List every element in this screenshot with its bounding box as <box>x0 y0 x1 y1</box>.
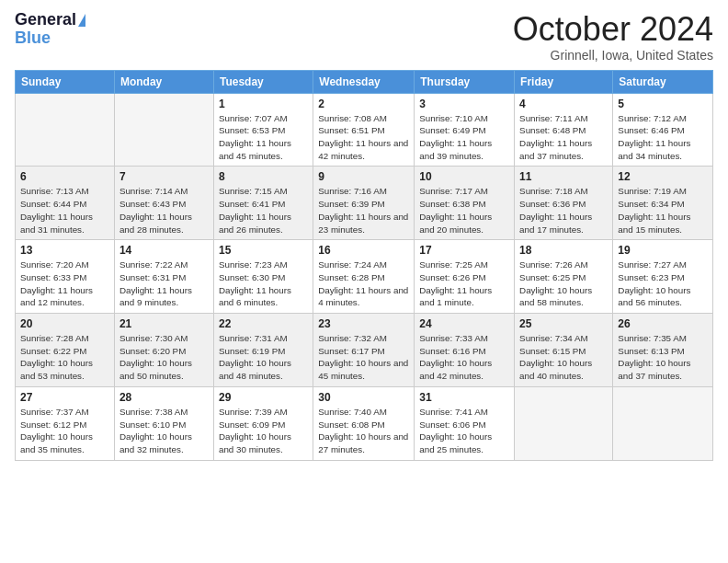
day-cell: 7Sunrise: 7:14 AMSunset: 6:43 PMDaylight… <box>114 167 213 240</box>
day-cell: 20Sunrise: 7:28 AMSunset: 6:22 PMDayligh… <box>16 314 115 387</box>
week-row-1: 6Sunrise: 7:13 AMSunset: 6:44 PMDaylight… <box>16 167 713 240</box>
day-info: Sunrise: 7:17 AMSunset: 6:38 PMDaylight:… <box>419 185 509 236</box>
calendar-table: Sunday Monday Tuesday Wednesday Thursday… <box>15 70 713 461</box>
day-number: 26 <box>618 317 708 330</box>
day-number: 1 <box>219 98 308 110</box>
day-number: 29 <box>219 391 308 404</box>
day-number: 19 <box>618 244 708 257</box>
day-info: Sunrise: 7:24 AMSunset: 6:28 PMDaylight:… <box>318 259 409 309</box>
day-cell: 27Sunrise: 7:37 AMSunset: 6:12 PMDayligh… <box>16 386 115 460</box>
day-info: Sunrise: 7:33 AMSunset: 6:16 PMDaylight:… <box>419 332 509 383</box>
header-row: Sunday Monday Tuesday Wednesday Thursday… <box>16 70 713 93</box>
day-number: 6 <box>20 170 109 183</box>
day-cell: 24Sunrise: 7:33 AMSunset: 6:16 PMDayligh… <box>415 314 515 387</box>
title-area: October 2024 Grinnell, Iowa, United Stat… <box>513 11 713 63</box>
day-info: Sunrise: 7:12 AMSunset: 6:46 PMDaylight:… <box>618 112 708 163</box>
week-row-4: 27Sunrise: 7:37 AMSunset: 6:12 PMDayligh… <box>16 386 713 460</box>
day-number: 20 <box>20 317 109 330</box>
week-row-2: 13Sunrise: 7:20 AMSunset: 6:33 PMDayligh… <box>16 240 713 314</box>
day-cell <box>515 386 613 460</box>
logo-text-blue: Blue <box>15 29 51 48</box>
day-info: Sunrise: 7:23 AMSunset: 6:30 PMDaylight:… <box>219 259 308 309</box>
day-number: 5 <box>618 98 708 110</box>
day-number: 3 <box>419 98 509 110</box>
col-sunday: Sunday <box>16 70 115 93</box>
day-cell: 25Sunrise: 7:34 AMSunset: 6:15 PMDayligh… <box>515 314 613 387</box>
day-info: Sunrise: 7:13 AMSunset: 6:44 PMDaylight:… <box>20 185 109 236</box>
week-row-0: 1Sunrise: 7:07 AMSunset: 6:53 PMDaylight… <box>16 93 713 167</box>
day-info: Sunrise: 7:19 AMSunset: 6:34 PMDaylight:… <box>618 185 708 236</box>
day-info: Sunrise: 7:31 AMSunset: 6:19 PMDaylight:… <box>219 332 308 383</box>
logo-text-general: General <box>15 11 76 29</box>
col-wednesday: Wednesday <box>313 70 415 93</box>
col-saturday: Saturday <box>613 70 713 93</box>
day-number: 4 <box>519 98 608 110</box>
day-info: Sunrise: 7:37 AMSunset: 6:12 PMDaylight:… <box>20 406 109 456</box>
day-cell: 10Sunrise: 7:17 AMSunset: 6:38 PMDayligh… <box>415 167 515 240</box>
day-cell: 15Sunrise: 7:23 AMSunset: 6:30 PMDayligh… <box>213 240 313 314</box>
day-cell: 3Sunrise: 7:10 AMSunset: 6:49 PMDaylight… <box>415 93 515 167</box>
day-cell: 11Sunrise: 7:18 AMSunset: 6:36 PMDayligh… <box>515 167 613 240</box>
day-number: 27 <box>20 391 109 404</box>
day-cell: 17Sunrise: 7:25 AMSunset: 6:26 PMDayligh… <box>415 240 515 314</box>
day-number: 28 <box>119 391 209 404</box>
day-cell: 29Sunrise: 7:39 AMSunset: 6:09 PMDayligh… <box>213 386 313 460</box>
day-cell: 1Sunrise: 7:07 AMSunset: 6:53 PMDaylight… <box>213 93 313 167</box>
day-number: 11 <box>519 170 608 183</box>
day-info: Sunrise: 7:30 AMSunset: 6:20 PMDaylight:… <box>119 332 209 383</box>
day-cell: 18Sunrise: 7:26 AMSunset: 6:25 PMDayligh… <box>515 240 613 314</box>
day-number: 8 <box>219 170 308 183</box>
day-number: 13 <box>20 244 109 257</box>
day-info: Sunrise: 7:34 AMSunset: 6:15 PMDaylight:… <box>519 332 608 383</box>
location: Grinnell, Iowa, United States <box>513 48 713 63</box>
day-number: 15 <box>219 244 308 257</box>
col-monday: Monday <box>114 70 213 93</box>
col-thursday: Thursday <box>415 70 515 93</box>
day-cell: 30Sunrise: 7:40 AMSunset: 6:08 PMDayligh… <box>313 386 415 460</box>
day-cell: 6Sunrise: 7:13 AMSunset: 6:44 PMDaylight… <box>16 167 115 240</box>
day-number: 24 <box>419 317 509 330</box>
day-info: Sunrise: 7:35 AMSunset: 6:13 PMDaylight:… <box>618 332 708 383</box>
month-title: October 2024 <box>513 11 713 48</box>
day-cell: 14Sunrise: 7:22 AMSunset: 6:31 PMDayligh… <box>114 240 213 314</box>
day-info: Sunrise: 7:11 AMSunset: 6:48 PMDaylight:… <box>519 112 608 163</box>
day-number: 23 <box>318 317 409 330</box>
day-cell: 21Sunrise: 7:30 AMSunset: 6:20 PMDayligh… <box>114 314 213 387</box>
day-number: 2 <box>318 98 409 110</box>
day-info: Sunrise: 7:20 AMSunset: 6:33 PMDaylight:… <box>20 259 109 309</box>
day-cell: 23Sunrise: 7:32 AMSunset: 6:17 PMDayligh… <box>313 314 415 387</box>
col-friday: Friday <box>515 70 613 93</box>
day-cell <box>16 93 115 167</box>
day-info: Sunrise: 7:40 AMSunset: 6:08 PMDaylight:… <box>318 406 409 456</box>
day-cell: 28Sunrise: 7:38 AMSunset: 6:10 PMDayligh… <box>114 386 213 460</box>
day-cell: 31Sunrise: 7:41 AMSunset: 6:06 PMDayligh… <box>415 386 515 460</box>
header: General Blue October 2024 Grinnell, Iowa… <box>15 11 713 63</box>
day-info: Sunrise: 7:08 AMSunset: 6:51 PMDaylight:… <box>318 112 409 163</box>
day-info: Sunrise: 7:18 AMSunset: 6:36 PMDaylight:… <box>519 185 608 236</box>
day-info: Sunrise: 7:39 AMSunset: 6:09 PMDaylight:… <box>219 406 308 456</box>
day-cell: 16Sunrise: 7:24 AMSunset: 6:28 PMDayligh… <box>313 240 415 314</box>
day-info: Sunrise: 7:15 AMSunset: 6:41 PMDaylight:… <box>219 185 308 236</box>
day-number: 9 <box>318 170 409 183</box>
day-number: 31 <box>419 391 509 404</box>
day-cell: 12Sunrise: 7:19 AMSunset: 6:34 PMDayligh… <box>613 167 713 240</box>
day-number: 14 <box>119 244 209 257</box>
day-number: 12 <box>618 170 708 183</box>
day-number: 18 <box>519 244 608 257</box>
day-info: Sunrise: 7:38 AMSunset: 6:10 PMDaylight:… <box>119 406 209 456</box>
day-info: Sunrise: 7:41 AMSunset: 6:06 PMDaylight:… <box>419 406 509 456</box>
logo-triangle-icon <box>78 14 85 27</box>
day-cell: 5Sunrise: 7:12 AMSunset: 6:46 PMDaylight… <box>613 93 713 167</box>
day-number: 7 <box>119 170 209 183</box>
day-cell: 2Sunrise: 7:08 AMSunset: 6:51 PMDaylight… <box>313 93 415 167</box>
day-cell: 4Sunrise: 7:11 AMSunset: 6:48 PMDaylight… <box>515 93 613 167</box>
day-cell: 9Sunrise: 7:16 AMSunset: 6:39 PMDaylight… <box>313 167 415 240</box>
day-cell: 22Sunrise: 7:31 AMSunset: 6:19 PMDayligh… <box>213 314 313 387</box>
day-number: 16 <box>318 244 409 257</box>
day-info: Sunrise: 7:32 AMSunset: 6:17 PMDaylight:… <box>318 332 409 383</box>
day-info: Sunrise: 7:28 AMSunset: 6:22 PMDaylight:… <box>20 332 109 383</box>
day-info: Sunrise: 7:25 AMSunset: 6:26 PMDaylight:… <box>419 259 509 309</box>
col-tuesday: Tuesday <box>213 70 313 93</box>
day-info: Sunrise: 7:27 AMSunset: 6:23 PMDaylight:… <box>618 259 708 309</box>
day-info: Sunrise: 7:16 AMSunset: 6:39 PMDaylight:… <box>318 185 409 236</box>
